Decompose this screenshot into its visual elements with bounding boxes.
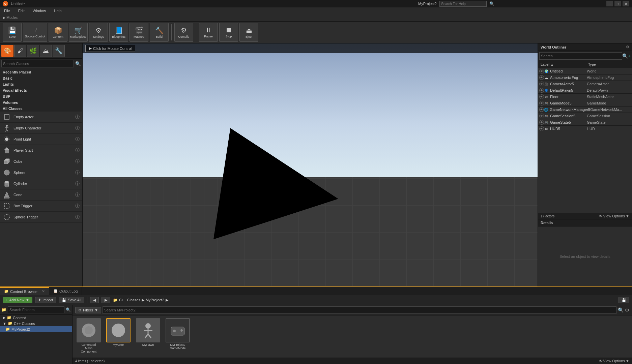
asset-item-gamemode[interactable]: MyProject2GameMode xyxy=(164,318,191,353)
actor-item-sphere-trigger[interactable]: Sphere Trigger ⓘ xyxy=(0,212,82,223)
view-options-button[interactable]: 👁 View Options ▼ xyxy=(599,359,630,363)
actor-item-box-trigger[interactable]: Box Trigger ⓘ xyxy=(0,201,82,212)
folder-item-content[interactable]: ▶ 📁 Content xyxy=(0,315,72,321)
menu-window[interactable]: Window xyxy=(31,9,47,13)
folder-search-button[interactable]: 🔍 xyxy=(66,307,71,312)
asset-item-generated-mesh[interactable]: GeneratedMeshComponent xyxy=(75,318,102,353)
category-basic[interactable]: Basic xyxy=(0,75,82,81)
outliner-row-floor[interactable]: 👁 ▭ Floor StaticMeshActor xyxy=(538,94,632,100)
build-button[interactable]: 🔨 Build xyxy=(150,23,169,42)
visibility-icon[interactable]: 👁 xyxy=(539,82,544,86)
actor-info-icon[interactable]: ⓘ xyxy=(75,158,80,164)
outliner-search-button[interactable]: 🔍 xyxy=(622,53,628,59)
breadcrumb-cpp-classes[interactable]: C++ Classes xyxy=(119,298,140,302)
outliner-row-hud[interactable]: 👁 🖥 HUD5 HUD xyxy=(538,126,632,132)
category-visual-effects[interactable]: Visual Effects xyxy=(0,87,82,93)
nav-back-button[interactable]: ◀ xyxy=(90,297,99,303)
geometry-mode-icon[interactable]: 🔧 xyxy=(53,45,65,57)
outliner-row-game-session[interactable]: 👁 🎮 GameSession5 GameSession xyxy=(538,113,632,119)
minimize-button[interactable]: ─ xyxy=(606,1,613,6)
visibility-icon[interactable]: 👁 xyxy=(539,75,544,80)
close-button[interactable]: ✕ xyxy=(623,1,629,6)
search-classes-input[interactable] xyxy=(1,60,74,67)
visibility-icon[interactable]: 👁 xyxy=(539,126,544,131)
actor-info-icon[interactable]: ⓘ xyxy=(75,203,80,209)
category-volumes[interactable]: Volumes xyxy=(0,99,82,105)
actor-item-player-start[interactable]: Player Start ⓘ xyxy=(0,145,82,156)
visibility-icon[interactable]: 👁 xyxy=(539,101,544,105)
save-button[interactable]: 💾 Save xyxy=(3,23,22,42)
folder-item-myproject2[interactable]: 📁 MyProject2 xyxy=(0,326,72,332)
actor-item-point-light[interactable]: Point Light ⓘ xyxy=(0,134,82,145)
folder-item-cpp-classes[interactable]: ▼ 📁 C++ Classes xyxy=(0,321,72,326)
outliner-row-game-state[interactable]: 👁 🎮 GameState5 GameState xyxy=(538,119,632,126)
breadcrumb-myproject2[interactable]: MyProject2 xyxy=(146,298,164,302)
stop-button[interactable]: ⏹ Stop xyxy=(219,23,238,42)
help-search-input[interactable] xyxy=(439,1,487,7)
marketplace-button[interactable]: 🛒 Marketplace xyxy=(69,23,88,42)
matinee-button[interactable]: 🎬 Matinee xyxy=(130,23,148,42)
outliner-add-button[interactable]: + xyxy=(628,53,631,59)
settings-button[interactable]: ⚙ Settings xyxy=(89,23,108,42)
actor-info-icon[interactable]: ⓘ xyxy=(75,136,80,142)
actor-item-sphere[interactable]: Sphere ⓘ xyxy=(0,167,82,178)
visibility-icon[interactable]: 👁 xyxy=(539,94,544,99)
filters-button[interactable]: ⚙ Filters ▼ xyxy=(75,307,101,313)
place-mode-icon[interactable]: 🎨 xyxy=(1,45,13,57)
view-options-button[interactable]: 👁 View Options ▼ xyxy=(599,214,630,218)
outliner-row-untitled[interactable]: 👁 🌍 Untitled World xyxy=(538,68,632,74)
actor-item-cube[interactable]: Cube ⓘ xyxy=(0,156,82,167)
actor-item-empty-character[interactable]: Empty Character ⓘ xyxy=(0,123,82,134)
actor-item-cylinder[interactable]: Cylinder ⓘ xyxy=(0,178,82,189)
actor-info-icon[interactable]: ⓘ xyxy=(75,147,80,153)
outliner-row-game-network-manager[interactable]: 👁 🌐 GameNetworkManager5 GameNetworkMa... xyxy=(538,107,632,113)
menu-edit[interactable]: Edit xyxy=(17,9,26,13)
category-recently-placed[interactable]: Recently Placed xyxy=(0,69,82,75)
tab-output-log[interactable]: 📋 Output Log xyxy=(49,287,82,295)
asset-item-mypawn[interactable]: MyPawn xyxy=(135,318,162,353)
import-button[interactable]: ⬆ Import xyxy=(35,297,56,303)
outliner-row-game-mode[interactable]: 👁 🎮 GameMode5 GameMode xyxy=(538,100,632,107)
paint-mode-icon[interactable]: 🖌 xyxy=(14,45,26,57)
actor-info-icon[interactable]: ⓘ xyxy=(75,125,80,131)
outliner-label-col[interactable]: Label ▲ xyxy=(539,62,587,67)
tab-close-icon[interactable]: ✕ xyxy=(42,289,45,294)
save-icon-button[interactable]: 💾 xyxy=(619,297,629,303)
blueprints-button[interactable]: 📘 Blueprints xyxy=(109,23,128,42)
category-lights[interactable]: Lights xyxy=(0,81,82,87)
visibility-icon[interactable]: 👁 xyxy=(539,88,544,93)
category-bsp[interactable]: BSP xyxy=(0,93,82,99)
asset-options-button[interactable]: ⚙ xyxy=(625,307,629,313)
visibility-icon[interactable]: 👁 xyxy=(539,114,544,118)
visibility-icon[interactable]: 👁 xyxy=(539,120,544,125)
add-new-button[interactable]: + Add New ▼ xyxy=(3,297,32,303)
actor-info-icon[interactable]: ⓘ xyxy=(75,170,80,176)
asset-search-button[interactable]: 🔍 xyxy=(618,307,624,313)
tab-content-browser[interactable]: 📁 Content Browser ✕ xyxy=(0,287,49,295)
outliner-row-default-pawn[interactable]: 👁 👤 DefaultPawn5 DefaultPawn xyxy=(538,87,632,94)
actor-info-icon[interactable]: ⓘ xyxy=(75,114,80,120)
source-control-button[interactable]: ⑂ Source Control xyxy=(23,23,47,42)
category-all-classes[interactable]: All Classes xyxy=(0,105,82,112)
compile-button[interactable]: ⚙ Compile xyxy=(174,23,193,42)
outliner-search-input[interactable] xyxy=(539,52,622,60)
nav-forward-button[interactable]: ▶ xyxy=(102,297,110,303)
folder-search-input[interactable] xyxy=(8,306,64,313)
outliner-row-atmospheric-fog[interactable]: 👁 ☁ Atmospheric Fog AtmosphericFog xyxy=(538,74,632,81)
viewport[interactable]: ▶ Click for Mouse Control xyxy=(83,43,538,286)
maximize-button[interactable]: □ xyxy=(614,1,621,6)
actor-item-cone[interactable]: Cone ⓘ xyxy=(0,189,82,201)
asset-search-input[interactable] xyxy=(103,306,616,314)
outliner-row-camera-actor[interactable]: 👁 🎥 CameraActor5 CameraActor xyxy=(538,81,632,87)
search-classes-button[interactable]: 🔍 xyxy=(75,61,81,66)
asset-item-myactor[interactable]: MyActor xyxy=(105,318,132,353)
outliner-settings-icon[interactable]: ⚙ xyxy=(626,45,629,49)
actor-item-empty-actor[interactable]: Empty Actor ⓘ xyxy=(0,112,82,123)
mouse-control-button[interactable]: ▶ Click for Mouse Control xyxy=(85,45,135,52)
visibility-icon[interactable]: 👁 xyxy=(539,69,544,73)
menu-help[interactable]: Help xyxy=(53,9,63,13)
eject-button[interactable]: ⏏ Eject xyxy=(239,23,258,42)
foliage-mode-icon[interactable]: ⛰ xyxy=(40,45,52,57)
save-all-button[interactable]: 💾 Save All xyxy=(59,297,84,303)
actor-info-icon[interactable]: ⓘ xyxy=(75,214,80,220)
